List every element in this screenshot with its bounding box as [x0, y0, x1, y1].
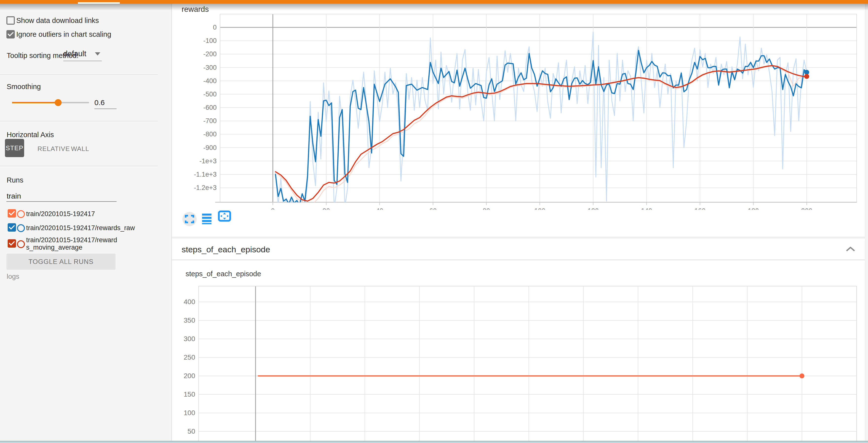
run-checkbox[interactable]: [8, 239, 16, 248]
smoothing-slider-filled[interactable]: [12, 102, 58, 104]
chevron-down-icon: [95, 52, 100, 56]
fit-domain-button[interactable]: [218, 210, 231, 222]
fit-to-data-icon: [218, 210, 231, 222]
app-toolbar: [0, 0, 868, 4]
svg-text:0: 0: [213, 24, 217, 31]
svg-text:160: 160: [694, 207, 706, 210]
settings-sidebar: Show data download links Ignore outliers…: [0, 0, 172, 441]
ignore-outliers-checkbox[interactable]: [6, 30, 15, 38]
show-data-download-links-checkbox[interactable]: [6, 16, 15, 25]
run-item-label[interactable]: train/20201015-192417/rewards_raw: [26, 224, 135, 232]
dropdown-underline: [63, 61, 102, 61]
runs-footer-logs: logs: [7, 272, 19, 280]
svg-text:20: 20: [322, 207, 330, 210]
axis-wall-button[interactable]: WALL: [71, 145, 89, 153]
expand-chart-button[interactable]: [182, 212, 197, 226]
svg-text:-700: -700: [203, 117, 217, 124]
svg-text:-1.2e+3: -1.2e+3: [194, 184, 217, 191]
check-icon: [9, 239, 15, 246]
svg-text:150: 150: [184, 390, 195, 398]
run-item-label[interactable]: train/20201015-192417/rewards_moving_ave…: [26, 236, 120, 251]
svg-text:-1.1e+3: -1.1e+3: [194, 171, 217, 178]
checkbox-unchecked[interactable]: [6, 16, 15, 25]
runs-label: Runs: [7, 176, 23, 184]
run-item-label[interactable]: train/20201015-192417: [26, 210, 95, 217]
svg-text:40: 40: [376, 207, 383, 210]
steps-chart-card: steps_of_each_episode 400350300250200150…: [172, 261, 865, 441]
svg-text:0: 0: [271, 207, 275, 210]
run-color-ring[interactable]: [17, 240, 25, 248]
log-scale-button[interactable]: [202, 214, 212, 225]
check-icon: [9, 224, 15, 230]
run-color-ring[interactable]: [17, 224, 25, 232]
axis-relative-button[interactable]: RELATIVE: [37, 145, 70, 153]
rewards-line-chart[interactable]: 0-100-200-300-400-500-600-700-800-900-1e…: [172, 3, 865, 210]
svg-text:100: 100: [534, 207, 546, 210]
smoothing-slider-thumb[interactable]: [55, 99, 62, 106]
smoothing-value[interactable]: 0.6: [94, 98, 105, 107]
svg-text:120: 120: [588, 207, 599, 210]
toggle-all-runs-button[interactable]: TOGGLE ALL RUNS: [6, 254, 116, 270]
svg-text:60: 60: [429, 207, 437, 210]
steps-line-chart[interactable]: 40035030025020015010050: [172, 261, 865, 441]
svg-text:-300: -300: [203, 64, 217, 71]
tooltip-sorting-dropdown[interactable]: default: [63, 49, 102, 61]
svg-text:400: 400: [184, 298, 195, 305]
smoothing-label: Smoothing: [7, 83, 41, 91]
svg-text:250: 250: [184, 353, 195, 361]
axis-step-button[interactable]: STEP: [5, 139, 24, 157]
svg-text:200: 200: [184, 372, 195, 380]
run-checkbox[interactable]: [8, 209, 16, 217]
run-filter-underline: [6, 201, 117, 202]
svg-text:140: 140: [641, 207, 652, 210]
run-filter-input[interactable]: train: [7, 192, 21, 200]
run-checkbox[interactable]: [8, 223, 16, 232]
svg-text:80: 80: [483, 207, 490, 210]
check-icon: [8, 30, 14, 36]
svg-text:350: 350: [184, 317, 195, 324]
divider: [0, 74, 158, 75]
svg-text:200: 200: [801, 207, 812, 210]
chevron-up-icon[interactable]: [846, 247, 855, 252]
divider: [0, 166, 158, 166]
svg-text:-1e+3: -1e+3: [199, 157, 217, 165]
lines-icon: [202, 214, 212, 225]
horizontal-axis-label: Horizontal Axis: [7, 131, 54, 139]
show-data-download-links-label: Show data download links: [16, 17, 99, 25]
svg-text:180: 180: [748, 207, 759, 210]
steps-section-title: steps_of_each_episode: [182, 245, 270, 254]
smoothing-value-underline: [94, 109, 117, 109]
steps-section-header[interactable]: steps_of_each_episode: [172, 239, 865, 260]
ignore-outliers-label: Ignore outliers in chart scaling: [16, 30, 111, 38]
smoothing-slider-track[interactable]: [58, 102, 89, 104]
rewards-chart-card: rewards 0-100-200-300-400-500-600-700-80…: [172, 3, 865, 237]
svg-text:-800: -800: [203, 130, 217, 138]
divider: [0, 121, 158, 121]
svg-text:100: 100: [184, 409, 195, 417]
bottom-edge-strip: [0, 441, 868, 443]
svg-text:-600: -600: [203, 104, 217, 111]
svg-text:-900: -900: [203, 144, 217, 151]
svg-text:-100: -100: [203, 37, 217, 45]
svg-text:50: 50: [188, 427, 195, 435]
active-tab-indicator: [78, 2, 120, 4]
fullscreen-icon: [185, 215, 194, 223]
svg-text:-500: -500: [203, 91, 217, 98]
check-icon: [9, 209, 15, 215]
checkbox-checked[interactable]: [6, 30, 15, 38]
svg-text:-200: -200: [203, 50, 217, 58]
svg-text:-400: -400: [203, 77, 217, 85]
svg-text:300: 300: [184, 335, 195, 343]
run-color-ring[interactable]: [17, 210, 25, 218]
